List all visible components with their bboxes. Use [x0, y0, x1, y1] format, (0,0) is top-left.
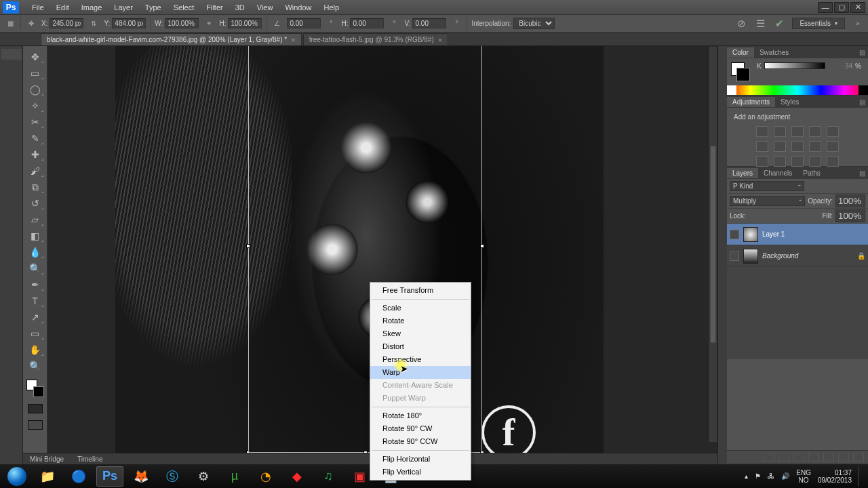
dodge-tool[interactable]: 🔍 — [26, 262, 44, 275]
layer-row[interactable]: Background🔒 — [727, 245, 868, 267]
filter-shape-icon[interactable] — [844, 182, 853, 191]
eyedropper-tool[interactable]: ✎ — [26, 131, 44, 145]
channel-mixer-icon[interactable] — [809, 141, 821, 152]
canvas-vscrollbar[interactable] — [709, 46, 717, 443]
cancel-transform-icon[interactable]: ⊘ — [735, 18, 747, 30]
tray-lang[interactable]: ENGNO — [796, 469, 811, 484]
layer-kind-select[interactable]: P Kind÷ — [730, 181, 804, 191]
posterize-icon[interactable] — [774, 156, 786, 167]
close-tab-icon[interactable]: × — [291, 36, 295, 44]
warp-mode-icon[interactable]: ☰ — [754, 18, 766, 30]
layer-row[interactable]: Layer 1 — [727, 224, 868, 245]
zoom-tool[interactable]: 🔍 — [26, 359, 44, 373]
blur-tool[interactable]: 💧 — [26, 245, 44, 259]
panel-tab[interactable]: Paths — [797, 168, 826, 178]
type-tool[interactable]: T — [26, 294, 44, 308]
spectrum-ramp[interactable] — [727, 85, 868, 95]
lock-pos-icon[interactable] — [773, 211, 783, 221]
vibrance-adjust-icon[interactable] — [827, 126, 839, 137]
magic-wand-tool[interactable]: ✧ — [26, 99, 44, 113]
blend-mode-select[interactable]: Multiply÷ — [730, 196, 805, 206]
filter-pixel-icon[interactable] — [807, 182, 816, 191]
threshold-icon[interactable] — [791, 156, 804, 167]
levels-adjust-icon[interactable] — [774, 126, 786, 137]
context-menu-item[interactable]: Warp — [370, 366, 471, 379]
context-menu-item[interactable]: Free Transform — [370, 284, 471, 297]
exposure-adjust-icon[interactable] — [809, 126, 821, 137]
hue-adjust-icon[interactable] — [756, 141, 768, 152]
lock-pixels-icon[interactable] — [761, 211, 770, 221]
lasso-tool[interactable]: ◯ — [26, 83, 44, 96]
crop-tool[interactable]: ✂ — [26, 115, 44, 129]
panel-tab[interactable]: Channels — [758, 168, 797, 178]
panel-menu-icon[interactable]: ▤ — [856, 49, 868, 56]
path-select-tool[interactable]: ↗ — [26, 310, 44, 324]
tray-volume-icon[interactable]: 🔊 — [781, 472, 789, 480]
fx-icon[interactable] — [778, 453, 789, 462]
commit-transform-icon[interactable]: ✔ — [773, 18, 785, 30]
context-menu-item[interactable]: Rotate 180° — [370, 409, 471, 422]
maximize-button[interactable]: ▢ — [834, 2, 849, 13]
panel-tab[interactable]: Layers — [727, 168, 758, 178]
menu-select[interactable]: Select — [167, 1, 201, 14]
taskbar-chrome-icon[interactable]: 🔵 — [65, 466, 92, 487]
search-icon[interactable]: » — [852, 18, 864, 30]
menu-filter[interactable]: Filter — [200, 1, 229, 14]
w-field[interactable] — [165, 18, 199, 28]
panel-tab[interactable]: Styles — [775, 97, 804, 107]
panel-tab[interactable]: Swatches — [754, 47, 794, 58]
context-menu-item[interactable]: Skew — [370, 327, 471, 340]
new-adjustment-icon[interactable] — [808, 453, 819, 462]
opacity-field[interactable] — [835, 195, 865, 207]
mini-tab[interactable]: Timeline — [71, 454, 109, 464]
y-field[interactable] — [112, 18, 146, 28]
interpolation-select[interactable]: Bicubic — [513, 18, 555, 29]
close-tab-icon[interactable]: × — [438, 36, 442, 44]
hskew-field[interactable] — [350, 18, 384, 28]
screenmode-toggle[interactable] — [28, 420, 43, 430]
link-wh-icon[interactable]: ⚭ — [203, 18, 215, 30]
healing-brush-tool[interactable]: ✚ — [26, 148, 44, 161]
h-field[interactable] — [228, 18, 262, 28]
taskbar-skype-icon[interactable]: Ⓢ — [159, 466, 186, 487]
shape-tool[interactable]: ▭ — [26, 327, 44, 340]
fill-field[interactable] — [835, 209, 865, 222]
workspace-switcher[interactable]: Essentials▾ — [792, 18, 845, 29]
context-menu-item[interactable]: Flip Horizontal — [370, 453, 471, 466]
context-menu-item[interactable]: Scale — [370, 302, 471, 314]
taskbar-firefox-icon[interactable]: 🦊 — [127, 466, 155, 487]
color-swatches[interactable] — [26, 380, 44, 397]
filter-adjust-icon[interactable] — [819, 182, 829, 191]
menu-type[interactable]: Type — [139, 1, 167, 14]
delete-layer-icon[interactable] — [853, 453, 864, 462]
menu-layer[interactable]: Layer — [108, 1, 139, 14]
menu-file[interactable]: File — [26, 1, 50, 14]
move-tool[interactable]: ✥ — [26, 50, 44, 64]
menu-window[interactable]: Window — [279, 1, 317, 14]
clone-stamp-tool[interactable]: ⧉ — [26, 180, 44, 194]
panel-tab[interactable]: Adjustments — [727, 97, 775, 107]
panel-menu-icon[interactable]: ▤ — [856, 98, 868, 106]
eraser-tool[interactable]: ▱ — [26, 213, 44, 226]
context-menu-item[interactable]: Flip Vertical — [370, 466, 471, 479]
taskbar-steam-icon[interactable]: ⚙ — [190, 466, 217, 487]
minimize-button[interactable]: — — [818, 2, 833, 13]
pen-tool[interactable]: ✒ — [26, 278, 44, 291]
context-menu-item[interactable]: Distort — [370, 340, 471, 353]
history-brush-tool[interactable]: ↺ — [26, 197, 44, 210]
menu-edit[interactable]: Edit — [50, 1, 75, 14]
context-menu-item[interactable]: Perspective — [370, 353, 471, 366]
taskbar-app-icon-1[interactable]: ◔ — [252, 466, 279, 487]
tray-clock[interactable]: 01:3709/02/2013 — [818, 469, 852, 484]
x-field[interactable] — [50, 18, 83, 28]
vskew-field[interactable] — [412, 18, 446, 28]
filter-type-icon[interactable] — [831, 182, 841, 191]
menu-view[interactable]: View — [251, 1, 279, 14]
reference-point-icon[interactable]: ✥ — [25, 18, 37, 30]
taskbar-spotify-icon[interactable]: ♫ — [315, 466, 342, 487]
lock-trans-icon[interactable] — [749, 211, 758, 221]
gradient-map-icon[interactable] — [809, 156, 821, 167]
document-tab[interactable]: black-and-white-girl-model-Favim.com-279… — [41, 33, 302, 45]
selective-color-icon[interactable] — [827, 156, 839, 167]
left-collapsed-dock[interactable] — [0, 46, 23, 464]
